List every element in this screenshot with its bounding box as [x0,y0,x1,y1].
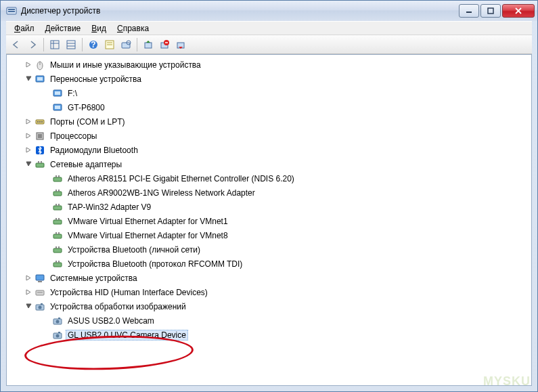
svg-point-32 [37,121,39,123]
node-label: GT-P6800 [66,102,107,113]
forward-button[interactable] [25,37,40,52]
svg-rect-53 [53,234,62,238]
node-label: Atheros AR9002WB-1NG Wireless Network Ad… [66,188,257,198]
tree-node-mice[interactable]: Мыши и иные указывающие устройства [7,58,531,72]
expand-icon[interactable] [24,288,33,297]
svg-rect-68 [41,303,43,305]
node-label: Системные устройства [48,273,139,284]
network-adapter-icon [52,244,63,255]
svg-rect-4 [488,8,493,14]
menubar: Файл Действие Вид Справка [6,21,532,35]
window-frame: Диспетчер устройств Файл Действие Вид Сп… [0,0,538,392]
svg-point-67 [39,305,42,309]
svg-rect-28 [55,91,60,95]
tree-node-drive-f[interactable]: F:\ [7,86,531,100]
svg-rect-55 [58,232,60,234]
minimize-button[interactable] [459,4,479,18]
menu-help[interactable]: Справка [112,22,154,35]
device-tree[interactable]: Мыши и иные указывающие устройства Перен… [7,55,531,385]
tree-node-atheros-9002[interactable]: Atheros AR9002WB-1NG Wireless Network Ad… [7,186,531,200]
network-adapter-icon [52,230,63,241]
node-label: Устройства обработки изображений [48,301,188,312]
detail-view-button[interactable] [64,37,79,52]
tree-node-imaging[interactable]: Устройства обработки изображений [7,299,531,313]
tree-node-asus-webcam[interactable]: ASUS USB2.0 Webcam [7,313,531,328]
menu-action[interactable]: Действие [40,22,87,35]
portable-device-icon [35,74,45,85]
svg-rect-71 [58,318,60,319]
svg-rect-43 [58,175,60,177]
svg-rect-18 [145,43,152,48]
collapse-icon[interactable] [24,302,33,311]
tree-node-hid[interactable]: Устройства HID (Human Interface Devices) [7,285,531,299]
tree-node-vmnet8[interactable]: VMware Virtual Ethernet Adapter for VMne… [7,228,531,242]
expand-icon[interactable] [24,131,33,140]
node-label: Мыши и иные указывающие устройства [48,60,203,70]
toolbar: ? [6,35,532,54]
disable-button[interactable] [173,37,188,52]
collapse-icon[interactable] [24,74,33,83]
content-area: Мыши и иные указывающие устройства Перен… [6,54,532,386]
svg-rect-46 [58,190,60,192]
svg-rect-3 [466,12,472,13]
menu-view[interactable]: Вид [86,22,112,35]
maximize-button[interactable] [480,4,501,18]
update-driver-button[interactable] [141,37,156,52]
node-label-selected: GL USB2.0 UVC Camera Device [66,330,188,341]
svg-point-73 [56,334,60,337]
drive-icon [52,88,63,99]
expand-icon[interactable] [24,117,33,126]
svg-rect-47 [53,206,62,210]
close-button[interactable] [502,4,535,18]
tree-node-network[interactable]: Сетевые адаптеры [7,157,531,171]
tree-node-vmnet1[interactable]: VMware Virtual Ethernet Adapter for VMne… [7,214,531,228]
help-button[interactable]: ? [86,37,101,52]
tree-node-gl-camera[interactable]: GL USB2.0 UVC Camera Device [7,328,531,342]
svg-rect-5 [51,41,59,49]
node-label: TAP-Win32 Adapter V9 [66,202,153,213]
svg-rect-60 [55,261,57,263]
node-label: Устройства HID (Human Interface Devices) [48,287,210,298]
svg-rect-41 [53,177,62,181]
mouse-icon [35,60,45,70]
node-label: Порты (COM и LPT) [48,116,127,127]
network-adapter-icon [52,259,63,269]
node-label: Переносные устройства [48,74,143,85]
svg-rect-40 [41,161,42,163]
expand-icon[interactable] [24,146,33,154]
node-label: VMware Virtual Ethernet Adapter for VMne… [66,230,230,241]
tree-node-processors[interactable]: Процессоры [7,129,531,143]
svg-rect-2 [8,11,15,12]
expand-icon[interactable] [24,60,33,69]
scan-hardware-button[interactable] [118,37,133,52]
node-label: Устройства Bluetooth (протокол RFCOMM TD… [66,259,244,269]
tree-node-tap-win32[interactable]: TAP-Win32 Adapter V9 [7,200,531,214]
camera-icon [35,301,45,312]
node-label: F:\ [66,88,79,99]
collapse-icon[interactable] [24,160,33,169]
menu-file[interactable]: Файл [9,22,40,35]
back-button[interactable] [9,37,24,52]
camera-icon [52,315,63,326]
expand-icon[interactable] [24,274,33,282]
show-hidden-button[interactable] [47,37,62,52]
tree-node-ports[interactable]: Порты (COM и LPT) [7,114,531,129]
node-label: Atheros AR8151 PCI-E Gigabit Ethernet Co… [66,173,296,184]
tree-node-portable[interactable]: Переносные устройства [7,72,531,86]
properties-button[interactable] [102,37,117,52]
computer-icon [35,273,45,284]
svg-rect-50 [53,220,62,224]
tree-node-gtp6800[interactable]: GT-P6800 [7,100,531,114]
tree-node-bluetooth[interactable]: Радиомодули Bluetooth [7,143,531,157]
tree-node-atheros-8151[interactable]: Atheros AR8151 PCI-E Gigabit Ethernet Co… [7,171,531,186]
port-icon [35,116,45,127]
tree-node-bt-rfcomm[interactable]: Устройства Bluetooth (протокол RFCOMM TD… [7,257,531,271]
tree-node-bt-pan[interactable]: Устройства Bluetooth (личной сети) [7,242,531,257]
tree-node-system[interactable]: Системные устройства [7,271,531,285]
uninstall-button[interactable] [157,37,172,52]
node-label: Процессоры [48,131,99,141]
svg-rect-1 [8,9,15,10]
svg-rect-45 [55,190,57,192]
titlebar[interactable]: Диспетчер устройств [1,1,537,21]
network-adapter-icon [52,188,63,198]
